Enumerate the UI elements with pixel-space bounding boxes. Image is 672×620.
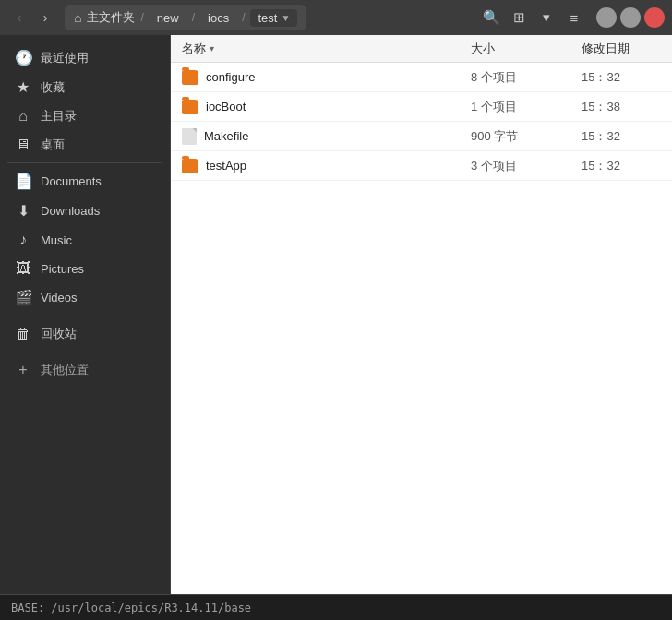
sidebar-label-downloads: Downloads — [41, 204, 100, 218]
pictures-icon: 🖼 — [15, 260, 31, 277]
col-date-label: 修改日期 — [582, 42, 630, 55]
file-name-cell: iocBoot — [171, 100, 460, 114]
file-icon — [182, 128, 197, 145]
file-size-cell: 8 个项目 — [460, 69, 570, 86]
sort-icon: ▾ — [210, 43, 214, 54]
location-bar: ⌂ 主文件夹 / new / iocs / test ▼ — [65, 5, 306, 30]
sidebar-label-videos: Videos — [41, 291, 78, 304]
file-size-label: 1 个项目 — [471, 100, 517, 113]
location-sep2: / — [192, 11, 195, 24]
statusbar: BASE: /usr/local/epics/R3.14.11/base — [0, 594, 672, 620]
titlebar: ‹ › ⌂ 主文件夹 / new / iocs / test ▼ 🔍 ⊞ ▾ ≡ — [0, 0, 672, 35]
file-name-label: Makefile — [204, 129, 248, 143]
table-row[interactable]: iocBoot 1 个项目 15：38 — [171, 92, 672, 122]
location-dropdown-icon: ▼ — [281, 13, 290, 23]
sidebar-item-documents[interactable]: 📄 Documents — [4, 167, 166, 196]
recent-icon: 🕐 — [15, 49, 31, 66]
sidebar-item-music[interactable]: ♪ Music — [4, 226, 166, 254]
nav-back-icon: ‹ — [18, 10, 22, 25]
folder-icon — [182, 159, 198, 173]
trash-icon: 🗑 — [15, 326, 31, 342]
table-row[interactable]: testApp 3 个项目 15：32 — [171, 151, 672, 181]
main-container: 🕐 最近使用 ★ 收藏 ⌂ 主目录 🖥 桌面 📄 Documents ⬇ Dow… — [0, 35, 672, 594]
file-date-label: 15：38 — [582, 100, 620, 113]
nav-forward-button[interactable]: › — [33, 6, 57, 30]
search-button[interactable]: 🔍 — [478, 5, 504, 30]
file-size-label: 8 个项目 — [471, 70, 517, 84]
file-size-label: 3 个项目 — [471, 159, 517, 173]
view-dropdown-icon: ▾ — [543, 9, 550, 26]
music-icon: ♪ — [15, 232, 31, 248]
view-grid-icon: ⊞ — [513, 9, 525, 26]
menu-button[interactable]: ≡ — [561, 5, 587, 30]
location-sep3: / — [242, 11, 245, 24]
location-active[interactable]: test ▼ — [250, 9, 297, 27]
close-button[interactable]: ✕ — [644, 7, 665, 28]
nav-buttons: ‹ › — [7, 6, 57, 30]
add-location-icon: + — [15, 362, 31, 378]
folder-icon — [182, 100, 198, 114]
nav-back-button[interactable]: ‹ — [7, 6, 31, 30]
minimize-button[interactable]: — — [596, 7, 617, 28]
view-grid-button[interactable]: ⊞ — [506, 5, 532, 30]
home-sidebar-icon: ⌂ — [15, 108, 31, 125]
sidebar-divider-1 — [7, 162, 162, 163]
table-row[interactable]: configure 8 个项目 15：32 — [171, 63, 672, 92]
folder-icon — [182, 70, 198, 85]
sidebar-label-music: Music — [41, 233, 72, 247]
sidebar-item-videos[interactable]: 🎬 Videos — [4, 283, 166, 312]
location-tab-new[interactable]: new — [150, 9, 186, 27]
file-name-cell: configure — [171, 70, 460, 85]
location-active-label: test — [258, 11, 277, 25]
menu-icon: ≡ — [570, 10, 579, 26]
sidebar-item-recent[interactable]: 🕐 最近使用 — [4, 43, 166, 72]
sidebar-label-pictures: Pictures — [41, 262, 84, 276]
favorites-icon: ★ — [15, 78, 31, 96]
sidebar-label-documents: Documents — [41, 174, 102, 188]
statusbar-text: BASE: /usr/local/epics/R3.14.11/base — [11, 602, 251, 614]
file-size-cell: 1 个项目 — [460, 99, 570, 115]
other-locations-label: 其他位置 — [41, 362, 89, 378]
file-name-label: iocBoot — [206, 100, 246, 113]
col-date-header[interactable]: 修改日期 — [570, 41, 672, 57]
sidebar-item-pictures[interactable]: 🖼 Pictures — [4, 255, 166, 282]
col-name-label: 名称 — [182, 41, 206, 57]
col-name-header[interactable]: 名称 ▾ — [171, 41, 460, 57]
search-icon: 🔍 — [483, 9, 500, 26]
view-dropdown-button[interactable]: ▾ — [534, 5, 559, 30]
file-date-label: 15：32 — [582, 129, 620, 143]
maximize-button[interactable]: □ — [620, 7, 641, 28]
sidebar-item-desktop[interactable]: 🖥 桌面 — [4, 131, 166, 159]
sidebar-label-recent: 最近使用 — [41, 50, 89, 66]
sidebar-label-home: 主目录 — [41, 108, 77, 125]
file-list: configure 8 个项目 15：32 iocBoot 1 个项目 — [171, 63, 672, 594]
file-name-label: testApp — [206, 159, 246, 173]
sidebar-item-downloads[interactable]: ⬇ Downloads — [4, 197, 166, 225]
file-size-label: 900 字节 — [471, 129, 518, 143]
downloads-icon: ⬇ — [15, 202, 31, 220]
sidebar-item-home[interactable]: ⌂ 主目录 — [4, 102, 166, 130]
col-size-header[interactable]: 大小 — [460, 41, 570, 57]
nav-forward-icon: › — [43, 10, 48, 25]
file-header: 名称 ▾ 大小 修改日期 — [171, 35, 672, 63]
home-icon: ⌂ — [74, 10, 81, 25]
location-sep: / — [140, 11, 143, 24]
file-size-cell: 900 字节 — [460, 128, 570, 145]
file-date-cell: 15：32 — [570, 128, 672, 145]
file-date-cell: 15：32 — [570, 158, 672, 174]
sidebar-item-favorites[interactable]: ★ 收藏 — [4, 73, 166, 101]
file-date-cell: 15：32 — [570, 69, 672, 86]
location-tab-iocs[interactable]: iocs — [200, 9, 236, 27]
sidebar-label-desktop: 桌面 — [41, 137, 65, 153]
location-home-label: 主文件夹 — [87, 9, 135, 26]
file-date-cell: 15：38 — [570, 99, 672, 115]
file-date-label: 15：32 — [582, 70, 620, 84]
table-row[interactable]: Makefile 900 字节 15：32 — [171, 122, 672, 151]
sidebar-item-trash[interactable]: 🗑 回收站 — [4, 320, 166, 348]
file-area: 名称 ▾ 大小 修改日期 configure 8 个项目 15：32 — [171, 35, 672, 594]
other-locations-item[interactable]: + 其他位置 — [4, 356, 166, 384]
file-name-cell: Makefile — [171, 128, 460, 145]
videos-icon: 🎬 — [15, 289, 31, 306]
col-size-label: 大小 — [471, 42, 495, 55]
sidebar-divider-2 — [7, 316, 162, 316]
